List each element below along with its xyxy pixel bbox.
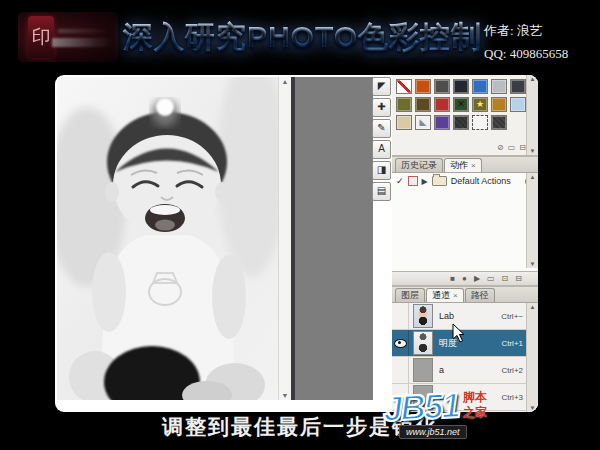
action-item-row[interactable]: ✓ ▶ Default Actions xyxy=(392,173,538,189)
qq-label: QQ: 409865658 xyxy=(484,46,568,62)
stop-button[interactable]: ■ xyxy=(450,274,455,283)
styles-grid: ✕★◣ xyxy=(396,79,526,130)
document-window xyxy=(57,77,278,400)
play-button[interactable]: ▶ xyxy=(474,274,480,283)
visibility-toggle[interactable] xyxy=(392,303,409,329)
tab-close-icon[interactable]: × xyxy=(453,291,458,300)
delete-action-button[interactable]: ⊟ xyxy=(515,274,522,283)
style-swatch[interactable] xyxy=(415,79,431,94)
watermark-text-2: 之家 xyxy=(463,404,487,421)
style-swatch[interactable] xyxy=(491,79,507,94)
styles-footer: ⊘▭⊟ xyxy=(497,143,526,152)
channel-thumbnail xyxy=(413,358,433,382)
action-set-label: Default Actions xyxy=(451,176,511,186)
record-button[interactable]: ● xyxy=(462,274,467,283)
actions-scrollbar[interactable]: ▲ ▼ xyxy=(526,173,538,268)
scroll-up-icon[interactable]: ▲ xyxy=(527,304,538,310)
style-swatch[interactable] xyxy=(453,115,469,130)
scroll-down-icon[interactable]: ▼ xyxy=(527,148,538,154)
folder-icon xyxy=(432,176,447,186)
styles-scrollbar[interactable]: ▲ ▼ xyxy=(526,75,538,155)
visibility-toggle[interactable] xyxy=(392,357,409,383)
item-check-icon[interactable]: ✓ xyxy=(396,177,404,186)
new-style-button[interactable]: ▭ xyxy=(508,143,516,152)
style-swatch[interactable] xyxy=(434,115,450,130)
baby-photo-image xyxy=(57,77,278,400)
visibility-toggle[interactable] xyxy=(392,330,409,356)
style-swatch[interactable] xyxy=(491,115,507,130)
tutorial-caption: 调整到最佳最后一步是锐化 xyxy=(0,413,600,441)
scroll-down-icon[interactable]: ▼ xyxy=(280,392,290,399)
toolbox: ◤✚✎A◨▤ xyxy=(371,75,392,275)
scroll-up-icon[interactable]: ▲ xyxy=(527,76,538,82)
style-swatch[interactable] xyxy=(472,115,488,130)
tab-历史记录[interactable]: 历史记录 xyxy=(395,158,443,172)
tool-move-button[interactable]: ◤ xyxy=(372,77,391,96)
jb51-logo: JB51 xyxy=(382,385,460,429)
watermark-url: www.jb51.net xyxy=(399,425,467,439)
style-swatch[interactable]: ★ xyxy=(472,97,488,112)
eye-icon xyxy=(394,339,407,348)
tab-动作[interactable]: 动作× xyxy=(444,158,482,172)
page-title: 深入研究PHOTO色彩控制 xyxy=(120,17,485,58)
tool-shape-button[interactable]: ▤ xyxy=(372,182,391,201)
style-swatch[interactable] xyxy=(510,79,526,94)
style-swatch[interactable] xyxy=(415,97,431,112)
tab-close-icon[interactable]: × xyxy=(471,161,476,170)
site-logo: 印 xyxy=(18,12,118,62)
channels-scrollbar[interactable]: ▲ ▼ xyxy=(526,303,538,412)
style-swatch[interactable] xyxy=(396,97,412,112)
channel-thumbnail xyxy=(413,331,433,355)
channel-name: Lab xyxy=(439,311,454,321)
scroll-down-icon[interactable]: ▼ xyxy=(527,405,538,411)
scroll-down-icon[interactable]: ▼ xyxy=(527,261,538,267)
channel-shortcut: Ctrl+3 xyxy=(501,393,523,402)
author-label: 作者: 浪艺 xyxy=(484,22,543,40)
style-swatch[interactable] xyxy=(396,115,412,130)
style-swatch[interactable] xyxy=(510,97,526,112)
actions-footer: ■●▶▭⊡⊟ xyxy=(392,271,538,285)
canvas-area xyxy=(295,77,373,400)
style-swatch[interactable] xyxy=(434,79,450,94)
tab-路径[interactable]: 路径 xyxy=(465,288,495,302)
styles-panel: ✕★◣ ⊘▭⊟ ▲ ▼ xyxy=(392,75,538,157)
scroll-up-icon[interactable]: ▲ xyxy=(527,174,538,180)
photoshop-screenshot: ▲ ▼ ◤✚✎A◨▤ ✕★◣ ⊘▭⊟ ▲ ▼ 历史记录动作× ▸ ✓ ▶ Def… xyxy=(55,75,538,412)
actions-panel: 历史记录动作× ▸ ✓ ▶ Default Actions ■●▶▭⊡⊟ ▲ ▼ xyxy=(392,157,538,287)
channel-name: a xyxy=(439,365,444,375)
new-set-button[interactable]: ▭ xyxy=(487,274,495,283)
tool-heal-button[interactable]: ✚ xyxy=(372,98,391,117)
tool-notes-button[interactable]: ◨ xyxy=(372,161,391,180)
modal-toggle-icon[interactable] xyxy=(408,176,418,186)
style-swatch[interactable]: ◣ xyxy=(415,115,431,130)
channels-tabbar: 图层通道×路径 xyxy=(392,287,538,303)
logo-streak-2 xyxy=(58,29,108,33)
channel-shortcut: Ctrl+1 xyxy=(501,339,523,348)
style-swatch[interactable] xyxy=(434,97,450,112)
channel-shortcut: Ctrl+2 xyxy=(501,366,523,375)
style-swatch[interactable] xyxy=(396,79,412,94)
style-swatch[interactable]: ✕ xyxy=(453,97,469,112)
document-scrollbar[interactable]: ▲ ▼ xyxy=(278,77,292,400)
tab-通道[interactable]: 通道× xyxy=(426,288,464,302)
tool-type-button[interactable]: A xyxy=(372,140,391,159)
channel-thumbnail xyxy=(413,304,433,328)
new-action-button[interactable]: ⊡ xyxy=(502,274,509,283)
style-swatch[interactable] xyxy=(472,79,488,94)
scroll-up-icon[interactable]: ▲ xyxy=(280,78,290,85)
tab-图层[interactable]: 图层 xyxy=(395,288,425,302)
seal-icon: 印 xyxy=(28,16,54,58)
channel-row-a[interactable]: aCtrl+2 xyxy=(392,357,527,384)
logo-streak xyxy=(52,38,114,47)
expander-icon[interactable]: ▶ xyxy=(422,177,428,186)
actions-tabbar: 历史记录动作× xyxy=(392,157,538,173)
delete-style-button[interactable]: ⊟ xyxy=(519,143,526,152)
jb51-watermark: JB51 脚本 之家 www.jb51.net xyxy=(383,385,498,447)
clear-style-button[interactable]: ⊘ xyxy=(497,143,504,152)
channel-shortcut: Ctrl+~ xyxy=(501,312,523,321)
tool-stamp-button[interactable]: ✎ xyxy=(372,119,391,138)
style-swatch[interactable] xyxy=(453,79,469,94)
mouse-cursor-icon xyxy=(452,323,466,343)
panels-column: ✕★◣ ⊘▭⊟ ▲ ▼ 历史记录动作× ▸ ✓ ▶ Default Action… xyxy=(392,75,538,412)
style-swatch[interactable] xyxy=(491,97,507,112)
